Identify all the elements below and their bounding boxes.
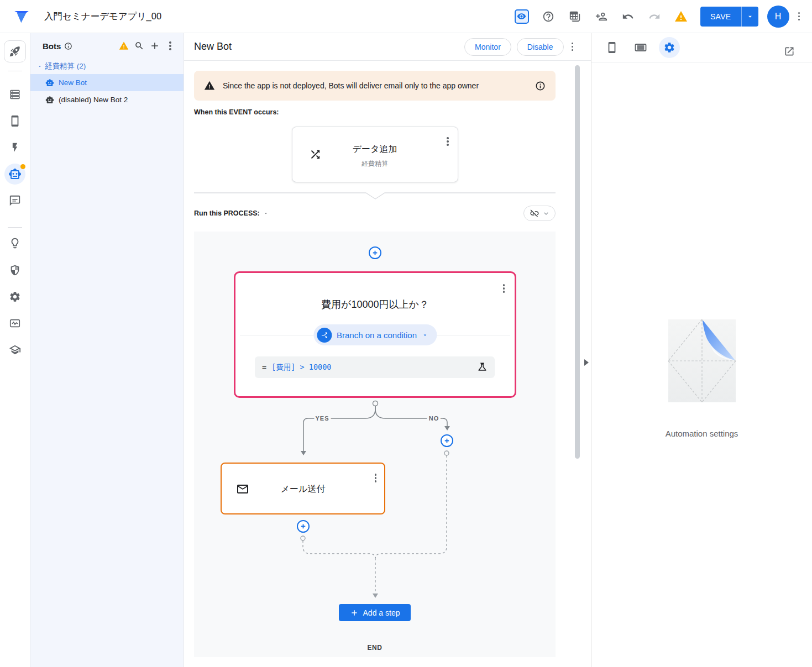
event-card-title: データ追加 bbox=[292, 144, 458, 155]
bots-panel-title: Bots bbox=[43, 41, 61, 51]
sidebar-item-automation[interactable] bbox=[4, 164, 25, 185]
shortcuts-button[interactable] bbox=[564, 6, 585, 27]
info-icon[interactable] bbox=[64, 42, 72, 50]
phone-preview-icon bbox=[606, 41, 618, 54]
process-canvas: YES NO 費用が10000円以上か？ bbox=[194, 232, 556, 657]
sidebar-item-data[interactable] bbox=[4, 83, 26, 106]
bot-group-label: 経費精算 (2) bbox=[45, 61, 86, 71]
save-menu-button[interactable] bbox=[742, 7, 758, 27]
plus-icon bbox=[300, 523, 307, 530]
bot-list-item[interactable]: New Bot bbox=[30, 74, 184, 91]
sidebar-item-learn[interactable] bbox=[4, 339, 26, 361]
plus-icon bbox=[350, 608, 359, 617]
event-section-label: When this EVENT occurs: bbox=[194, 108, 556, 116]
redo-button[interactable] bbox=[644, 6, 665, 27]
bot-list-item[interactable]: (disabled) New Bot 2 bbox=[30, 91, 184, 108]
warning-icon bbox=[204, 80, 215, 91]
manage-monitor-icon bbox=[9, 317, 21, 329]
bots-panel: Bots 経費精算 (2) New Bot bbox=[30, 33, 184, 667]
condition-formula-input[interactable]: = [費用] > 10000 bbox=[255, 356, 495, 378]
preview-icon bbox=[515, 9, 529, 24]
settings-gear-icon bbox=[9, 291, 21, 303]
sidebar-item-chat[interactable] bbox=[4, 190, 26, 212]
expression-flask-icon[interactable] bbox=[477, 362, 488, 372]
bot-overflow-menu[interactable] bbox=[568, 39, 577, 55]
chevron-right-icon bbox=[584, 359, 589, 366]
avatar[interactable]: H bbox=[767, 6, 789, 28]
add-bot-button[interactable] bbox=[147, 38, 163, 54]
disable-button[interactable]: Disable bbox=[517, 38, 564, 56]
save-button[interactable]: SAVE bbox=[700, 7, 742, 27]
settings-gear-icon bbox=[663, 41, 675, 54]
bots-search-button[interactable] bbox=[132, 38, 147, 54]
appsheet-logo[interactable] bbox=[12, 7, 31, 26]
monitor-button[interactable]: Monitor bbox=[464, 38, 511, 56]
chevron-down-icon bbox=[542, 209, 551, 218]
warning-icon bbox=[119, 41, 129, 51]
chat-icon bbox=[9, 195, 21, 207]
topbar-overflow-menu[interactable] bbox=[795, 9, 804, 24]
bots-warning-button[interactable] bbox=[116, 38, 132, 54]
add-step-yes-branch-button[interactable] bbox=[297, 520, 310, 533]
left-nav-rail bbox=[0, 33, 30, 667]
add-user-icon bbox=[595, 10, 607, 23]
shortcuts-icon bbox=[569, 10, 581, 23]
sidebar-item-intelligence[interactable] bbox=[4, 232, 26, 254]
robot-icon bbox=[45, 96, 54, 104]
bots-overflow-menu[interactable] bbox=[163, 38, 178, 54]
automation-robot-icon bbox=[8, 167, 22, 181]
process-section-toggle[interactable]: Run this PROCESS: bbox=[194, 209, 269, 217]
preview-panel: Automation settings bbox=[591, 33, 812, 667]
undo-button[interactable] bbox=[617, 6, 638, 27]
sidebar-item-app-views[interactable] bbox=[4, 110, 26, 132]
warnings-button[interactable] bbox=[670, 6, 691, 27]
event-card-subtitle: 経費精算 bbox=[292, 159, 458, 169]
search-icon bbox=[134, 41, 144, 51]
condition-card-menu[interactable] bbox=[500, 281, 509, 296]
panel-expand-handle[interactable] bbox=[584, 358, 590, 367]
bot-group-row[interactable]: 経費精算 (2) bbox=[30, 59, 184, 74]
automation-settings-tab[interactable] bbox=[659, 37, 680, 58]
tablet-preview-button[interactable] bbox=[630, 37, 651, 58]
undo-icon bbox=[622, 10, 634, 23]
bot-title: New Bot bbox=[194, 41, 232, 52]
sidebar-item-get-started[interactable] bbox=[4, 40, 26, 62]
app-title: 入門セミナーデモアプリ_00 bbox=[44, 10, 161, 23]
right-panel-caption: Automation settings bbox=[591, 429, 812, 438]
event-process-divider bbox=[194, 192, 556, 200]
step-type-selector[interactable]: Branch on a condition bbox=[313, 324, 437, 345]
rocket-icon bbox=[9, 45, 21, 57]
condition-step-card[interactable]: 費用が10000円以上か？ Branch on a condition = [費… bbox=[234, 271, 516, 398]
sidebar-item-settings[interactable] bbox=[4, 286, 26, 308]
process-section-label: Run this PROCESS: bbox=[194, 209, 260, 217]
preview-app-button[interactable] bbox=[511, 6, 532, 27]
share-app-button[interactable] bbox=[591, 6, 612, 27]
caret-down-icon bbox=[37, 64, 43, 69]
phone-preview-button[interactable] bbox=[601, 37, 622, 58]
mail-step-card[interactable]: メール送付 bbox=[221, 463, 385, 514]
caret-down-icon bbox=[422, 332, 428, 338]
process-link-toggle[interactable] bbox=[523, 206, 556, 221]
automation-settings-illustration bbox=[666, 317, 738, 406]
link-off-icon bbox=[530, 208, 539, 218]
sidebar-item-manage[interactable] bbox=[4, 312, 26, 334]
help-button[interactable] bbox=[538, 6, 559, 27]
scrollbar-thumb[interactable] bbox=[575, 65, 580, 459]
process-end-label: END bbox=[194, 644, 556, 652]
add-step-button[interactable]: Add a step bbox=[339, 604, 411, 621]
event-card[interactable]: データ追加 経費精算 bbox=[292, 127, 458, 182]
open-in-new-icon bbox=[784, 46, 795, 57]
open-in-new-button[interactable] bbox=[779, 41, 800, 62]
redo-icon bbox=[648, 10, 661, 23]
event-card-menu[interactable] bbox=[443, 134, 452, 149]
add-step-before-button[interactable] bbox=[369, 246, 381, 259]
add-step-no-branch-button[interactable] bbox=[441, 434, 453, 447]
tablet-preview-icon bbox=[634, 41, 647, 54]
plus-icon bbox=[149, 40, 160, 51]
sidebar-item-security[interactable] bbox=[4, 259, 26, 281]
caret-down-icon bbox=[263, 211, 269, 216]
info-icon[interactable] bbox=[535, 81, 546, 91]
branch-split-icon bbox=[317, 328, 332, 343]
sidebar-item-actions[interactable] bbox=[4, 136, 26, 159]
mail-card-menu[interactable] bbox=[371, 470, 380, 486]
